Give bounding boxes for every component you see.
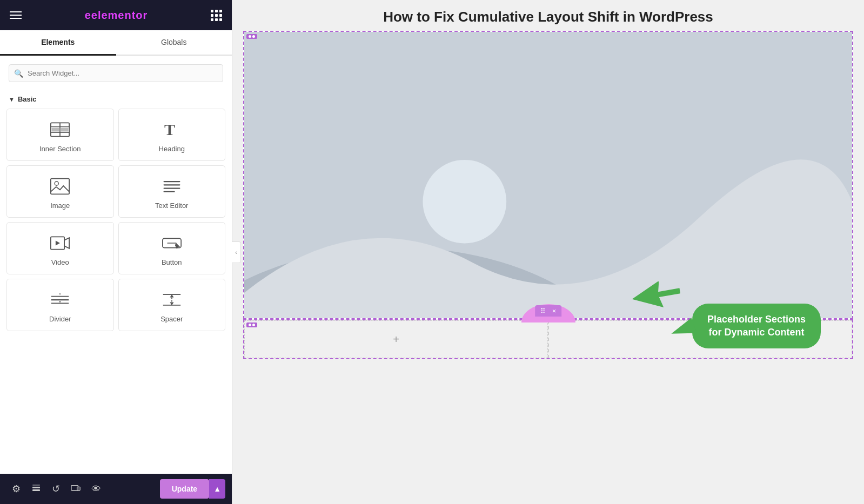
canvas-area: How to Fix Cumulative Layout Shift in Wo… bbox=[232, 0, 864, 504]
canvas-container: + ⠿ × bbox=[243, 31, 853, 359]
svg-rect-29 bbox=[32, 485, 40, 486]
history-tool-btn[interactable]: ↺ bbox=[46, 474, 65, 504]
inner-section-icon bbox=[50, 120, 70, 139]
sidebar-tabs: Elements Globals bbox=[0, 30, 232, 56]
widget-inner-section[interactable]: Inner Section bbox=[6, 109, 114, 161]
responsive-tool-btn[interactable] bbox=[65, 474, 86, 504]
svg-marker-14 bbox=[56, 241, 60, 246]
sidebar-header: eelementor bbox=[0, 0, 232, 30]
responsive-icon bbox=[71, 484, 81, 494]
settings-tool-btn[interactable]: ⚙ bbox=[6, 474, 26, 504]
widget-image-label: Image bbox=[50, 201, 70, 210]
svg-point-34 bbox=[423, 160, 506, 244]
elementor-logo: eelementor bbox=[85, 9, 148, 22]
widget-grid: Inner Section T Heading Image bbox=[6, 109, 225, 331]
video-icon bbox=[50, 233, 70, 253]
svg-rect-27 bbox=[32, 487, 40, 488]
inner-col-left[interactable]: + bbox=[244, 320, 548, 358]
preview-tool-btn[interactable]: 👁 bbox=[86, 474, 106, 504]
button-icon bbox=[162, 233, 182, 253]
widgets-area: ▼ Basic Inner Section T bbox=[0, 86, 232, 474]
image-placeholder bbox=[244, 32, 852, 318]
collapse-arrow[interactable]: ▼ bbox=[9, 96, 15, 103]
widget-divider[interactable]: Divider bbox=[6, 279, 114, 331]
section-block-image[interactable]: + ⠿ × bbox=[243, 31, 853, 319]
svg-rect-5 bbox=[61, 127, 69, 131]
svg-text:T: T bbox=[164, 120, 175, 138]
layers-tool-btn[interactable] bbox=[26, 474, 46, 504]
widget-divider-label: Divider bbox=[49, 315, 71, 323]
update-wrap: Update ▲ bbox=[157, 479, 225, 499]
sidebar-toolbar: ⚙ ↺ 👁 Update ▲ bbox=[0, 474, 232, 504]
collapse-sidebar-button[interactable]: ‹ bbox=[232, 241, 241, 263]
basic-section-title: ▼ Basic bbox=[9, 95, 223, 103]
widget-video-label: Video bbox=[51, 258, 69, 266]
update-button[interactable]: Update bbox=[160, 479, 209, 499]
svg-marker-20 bbox=[59, 293, 61, 294]
inner-section-toolbar: ⠿ × bbox=[535, 305, 562, 317]
sidebar: eelementor Elements Globals 🔍 ▼ Basic bbox=[0, 0, 232, 504]
divider-icon bbox=[50, 290, 70, 310]
widget-text-editor-label: Text Editor bbox=[155, 201, 188, 210]
svg-rect-7 bbox=[51, 179, 69, 194]
widget-inner-section-label: Inner Section bbox=[39, 145, 81, 153]
inner-section-close-button[interactable]: × bbox=[550, 306, 559, 315]
tooltip-bubble: Placeholder Sections for Dynamic Content bbox=[692, 304, 821, 348]
sidebar-search: 🔍 bbox=[0, 56, 232, 86]
heading-icon: T bbox=[162, 120, 182, 139]
widget-button[interactable]: Button bbox=[118, 222, 226, 274]
text-editor-icon bbox=[162, 177, 182, 196]
svg-rect-4 bbox=[52, 127, 59, 131]
update-chevron-button[interactable]: ▲ bbox=[209, 479, 225, 499]
tab-elements[interactable]: Elements bbox=[0, 30, 116, 56]
widget-heading[interactable]: T Heading bbox=[118, 109, 226, 161]
spacer-icon bbox=[162, 290, 182, 310]
svg-rect-31 bbox=[77, 487, 80, 490]
widget-spacer-label: Spacer bbox=[160, 315, 183, 323]
tab-globals[interactable]: Globals bbox=[116, 30, 232, 55]
search-icon: 🔍 bbox=[14, 69, 23, 78]
widget-heading-label: Heading bbox=[159, 145, 185, 153]
widget-video[interactable]: Video bbox=[6, 222, 114, 274]
svg-marker-21 bbox=[59, 301, 61, 303]
widget-spacer[interactable]: Spacer bbox=[118, 279, 226, 331]
svg-rect-28 bbox=[32, 489, 40, 491]
grid-icon[interactable] bbox=[211, 10, 222, 21]
hamburger-button[interactable] bbox=[10, 11, 22, 19]
image-icon bbox=[50, 177, 70, 196]
widget-button-label: Button bbox=[162, 258, 182, 266]
section-handle[interactable] bbox=[246, 34, 257, 39]
inner-section-handle[interactable] bbox=[246, 322, 257, 327]
search-input[interactable] bbox=[9, 64, 223, 82]
inner-section-move-button[interactable]: ⠿ bbox=[538, 306, 548, 315]
widget-text-editor[interactable]: Text Editor bbox=[118, 165, 226, 218]
canvas-scroll[interactable]: + ⠿ × bbox=[232, 31, 864, 504]
page-title: How to Fix Cumulative Layout Shift in Wo… bbox=[232, 0, 864, 31]
layers-icon bbox=[31, 484, 41, 494]
svg-point-8 bbox=[55, 182, 58, 185]
widget-image[interactable]: Image bbox=[6, 165, 114, 218]
